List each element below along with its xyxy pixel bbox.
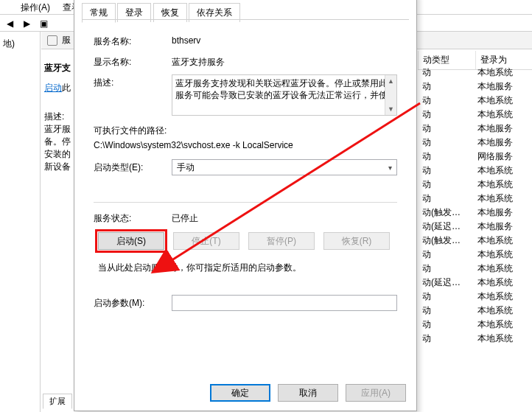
scroll-down-icon[interactable]: ▼ bbox=[385, 103, 396, 115]
table-row[interactable]: 动本地系统 bbox=[418, 318, 532, 332]
cell-logon: 本地系统 bbox=[473, 164, 532, 177]
toolbar-icon[interactable]: ▣ bbox=[35, 17, 52, 30]
cell-startup: 动(延迟… bbox=[418, 276, 473, 289]
cell-logon: 本地服务 bbox=[473, 206, 532, 219]
cell-startup: 动 bbox=[418, 136, 473, 149]
cell-startup: 动 bbox=[418, 122, 473, 135]
table-row[interactable]: 动网络服务 bbox=[418, 150, 532, 164]
startup-type-label: 启动类型(E): bbox=[94, 159, 172, 174]
service-name-value: bthserv bbox=[172, 33, 397, 46]
table-row[interactable]: 动本地系统 bbox=[418, 262, 532, 276]
gear-icon bbox=[47, 35, 57, 46]
cell-logon: 本地系统 bbox=[473, 262, 532, 275]
startup-type-value: 手动 bbox=[177, 161, 195, 174]
table-row[interactable]: 动本地系统 bbox=[418, 192, 532, 206]
table-row[interactable]: 动本地系统 bbox=[418, 164, 532, 178]
cell-startup: 动 bbox=[418, 192, 473, 205]
display-name-label: 显示名称: bbox=[94, 54, 172, 69]
service-status-label: 服务状态: bbox=[94, 210, 172, 225]
table-row[interactable]: 动本地服务 bbox=[418, 136, 532, 150]
menu-action[interactable]: 操作(A) bbox=[21, 2, 50, 13]
cell-logon: 本地系统 bbox=[473, 192, 532, 205]
table-row[interactable]: 动本地系统 bbox=[418, 66, 532, 80]
stop-button: 停止(T) bbox=[173, 232, 239, 250]
table-row[interactable]: 动本地服务 bbox=[418, 80, 532, 94]
table-row[interactable]: 动(触发…本地系统 bbox=[418, 234, 532, 248]
start-button[interactable]: 启动(S) bbox=[98, 232, 164, 250]
tree-item-local[interactable]: 地) bbox=[3, 38, 40, 50]
description-label: 描述: bbox=[94, 74, 172, 89]
cell-logon: 本地系统 bbox=[473, 66, 532, 79]
service-properties-dialog: 常规 登录 恢复 依存关系 服务名称: bthserv 显示名称: 蓝牙支持服务… bbox=[74, 0, 417, 411]
tab-extended[interactable]: 扩展 bbox=[43, 394, 72, 409]
resume-button: 恢复(R) bbox=[323, 232, 390, 250]
table-row[interactable]: 动(延迟…本地服务 bbox=[418, 220, 532, 234]
start-params-note: 当从此处启动服务时，你可指定所适用的启动参数。 bbox=[98, 262, 397, 274]
cell-startup: 动(延迟… bbox=[418, 220, 473, 233]
cell-startup: 动(触发… bbox=[418, 206, 473, 219]
services-list[interactable]: 动本地系统动本地服务动本地系统动本地系统动本地服务动本地服务动网络服务动本地系统… bbox=[418, 66, 532, 346]
cell-logon: 本地系统 bbox=[473, 248, 532, 261]
cell-startup: 动 bbox=[418, 80, 473, 93]
cell-startup: 动(触发… bbox=[418, 234, 473, 247]
display-name-value: 蓝牙支持服务 bbox=[172, 54, 397, 69]
cell-startup: 动 bbox=[418, 94, 473, 107]
cell-startup: 动 bbox=[418, 150, 473, 163]
tab-strip: 常规 登录 恢复 依存关系 bbox=[82, 2, 409, 20]
cell-logon: 网络服务 bbox=[473, 150, 532, 163]
start-link-suffix: 此 bbox=[62, 83, 71, 93]
cell-startup: 动 bbox=[418, 248, 473, 261]
services-pane-title: 服 bbox=[62, 34, 71, 46]
tab-divider bbox=[82, 19, 409, 20]
table-row[interactable]: 动(延迟…本地系统 bbox=[418, 276, 532, 290]
table-row[interactable]: 动本地系统 bbox=[418, 248, 532, 262]
start-params-label: 启动参数(M): bbox=[94, 295, 172, 310]
cell-startup: 动 bbox=[418, 164, 473, 177]
table-row[interactable]: 动本地服务 bbox=[418, 122, 532, 136]
cell-startup: 动 bbox=[418, 290, 473, 303]
description-text: 蓝牙服务支持发现和关联远程蓝牙设备。停止或禁用此服务可能会导致已安装的蓝牙设备无… bbox=[175, 78, 388, 100]
cell-logon: 本地系统 bbox=[473, 94, 532, 107]
cell-logon: 本地系统 bbox=[473, 276, 532, 289]
table-row[interactable]: 动本地系统 bbox=[418, 94, 532, 108]
startup-type-combobox[interactable]: 手动 bbox=[172, 159, 397, 175]
description-textbox[interactable]: 蓝牙服务支持发现和关联远程蓝牙设备。停止或禁用此服务可能会导致已安装的蓝牙设备无… bbox=[172, 74, 397, 116]
cell-logon: 本地服务 bbox=[473, 80, 532, 93]
cell-logon: 本地系统 bbox=[473, 304, 532, 317]
start-params-input[interactable] bbox=[172, 295, 397, 311]
toolbar-icon[interactable]: ◀ bbox=[1, 17, 18, 30]
table-row[interactable]: 动本地系统 bbox=[418, 332, 532, 346]
dialog-buttons: 确定 取消 应用(A) bbox=[210, 384, 406, 402]
cell-startup: 动 bbox=[418, 304, 473, 317]
apply-button: 应用(A) bbox=[346, 384, 406, 402]
ok-button[interactable]: 确定 bbox=[210, 384, 270, 402]
cancel-button[interactable]: 取消 bbox=[278, 384, 338, 402]
cell-startup: 动 bbox=[418, 262, 473, 275]
table-row[interactable]: 动本地系统 bbox=[418, 290, 532, 304]
table-row[interactable]: 动(触发…本地服务 bbox=[418, 206, 532, 220]
form-area: 服务名称: bthserv 显示名称: 蓝牙支持服务 描述: 蓝牙服务支持发现和… bbox=[82, 27, 409, 375]
cell-startup: 动 bbox=[418, 332, 473, 345]
table-row[interactable]: 动本地系统 bbox=[418, 304, 532, 318]
scrollbar[interactable]: ▲ ▼ bbox=[385, 75, 396, 115]
toolbar-icon[interactable]: ▶ bbox=[18, 17, 35, 30]
bottom-tabs: 扩展 bbox=[43, 394, 71, 409]
scroll-up-icon[interactable]: ▲ bbox=[385, 75, 396, 87]
cell-logon: 本地服务 bbox=[473, 136, 532, 149]
cell-logon: 本地系统 bbox=[473, 332, 532, 345]
cell-logon: 本地系统 bbox=[473, 234, 532, 247]
table-row[interactable]: 动本地系统 bbox=[418, 178, 532, 192]
start-link[interactable]: 启动 bbox=[44, 83, 62, 93]
cell-logon: 本地服务 bbox=[473, 122, 532, 135]
cell-logon: 本地系统 bbox=[473, 318, 532, 331]
exe-path-value: C:\Windows\system32\svchost.exe -k Local… bbox=[94, 140, 293, 150]
service-name-label: 服务名称: bbox=[94, 33, 172, 48]
table-row[interactable]: 动本地系统 bbox=[418, 108, 532, 122]
cell-logon: 本地服务 bbox=[473, 220, 532, 233]
exe-path-label: 可执行文件的路径: bbox=[94, 125, 167, 137]
pause-button: 暂停(P) bbox=[248, 232, 315, 250]
cell-logon: 本地系统 bbox=[473, 108, 532, 121]
cell-logon: 本地系统 bbox=[473, 290, 532, 303]
cell-startup: 动 bbox=[418, 66, 473, 79]
separator bbox=[94, 202, 397, 203]
